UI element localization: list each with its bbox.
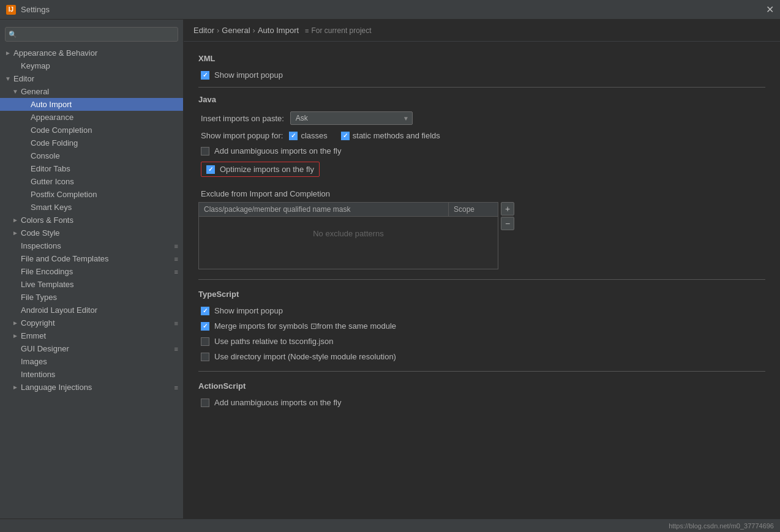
breadcrumb-suffix: For current project: [312, 26, 372, 35]
sidebar-item-android-layout-editor[interactable]: Android Layout Editor: [0, 304, 183, 317]
breadcrumb-sep1: ›: [217, 26, 219, 35]
as-add-unambiguous-checkbox[interactable]: [201, 399, 209, 407]
xml-java-divider: [198, 87, 765, 88]
ts-as-divider: [198, 371, 765, 372]
ts-use-paths-checkbox[interactable]: [201, 337, 209, 346]
typescript-section-label: TypeScript: [198, 290, 765, 299]
insert-imports-row: Insert imports on paste: Ask Always Neve…: [198, 111, 765, 125]
xml-show-import-popup-checkbox[interactable]: [201, 71, 209, 80]
sidebar-item-inspections[interactable]: Inspections≡: [0, 239, 183, 252]
ts-show-import-popup-label-el[interactable]: Show import popup: [201, 306, 283, 315]
breadcrumb-auto-import: Auto Import: [258, 26, 299, 35]
static-methods-label[interactable]: static methods and fields: [341, 131, 440, 140]
sidebar-item-label-emmet: Emmet: [21, 331, 46, 340]
optimize-imports-row: Optimize imports on the fly: [201, 162, 320, 177]
sidebar-item-label-smart-keys: Smart Keys: [31, 203, 72, 212]
tree-arrow-general: [12, 88, 18, 95]
sidebar-item-colors-fonts[interactable]: Colors & Fonts: [0, 214, 183, 227]
sidebar-item-label-keymap: Keymap: [21, 61, 50, 70]
sidebar-item-emmet[interactable]: Emmet: [0, 329, 183, 342]
ts-use-directory-text: Use directory import (Node-style module …: [214, 352, 396, 361]
ts-merge-imports-label-el[interactable]: Merge imports for symbols ⊡from the same…: [201, 321, 396, 331]
add-unambiguous-checkbox[interactable]: [201, 147, 209, 155]
sidebar-item-code-completion[interactable]: Code Completion: [0, 124, 183, 137]
classes-checkbox[interactable]: [289, 132, 298, 140]
remove-exclude-button[interactable]: −: [501, 217, 514, 230]
sidebar-item-editor[interactable]: Editor: [0, 72, 183, 85]
exclude-empty-text: No exclude patterns: [199, 217, 498, 250]
sidebar-item-label-code-completion: Code Completion: [31, 126, 92, 135]
breadcrumb-general: General: [222, 26, 250, 35]
ts-use-directory-checkbox[interactable]: [201, 353, 209, 361]
sidebar-item-label-inspections: Inspections: [21, 241, 61, 250]
sidebar-item-label-general: General: [21, 87, 49, 96]
sidebar-item-language-injections[interactable]: Language Injections≡: [0, 381, 183, 394]
sidebar-item-smart-keys[interactable]: Smart Keys: [0, 201, 183, 214]
as-add-unambiguous-label-el[interactable]: Add unambiguous imports on the fly: [201, 398, 341, 407]
sidebar-item-code-folding[interactable]: Code Folding: [0, 137, 183, 149]
sidebar-item-file-types[interactable]: File Types: [0, 291, 183, 304]
as-add-unambiguous-text: Add unambiguous imports on the fly: [214, 398, 341, 407]
ts-use-directory-label-el[interactable]: Use directory import (Node-style module …: [201, 352, 396, 361]
sidebar-item-live-templates[interactable]: Live Templates: [0, 278, 183, 291]
add-exclude-button[interactable]: +: [501, 202, 514, 215]
sidebar-item-console[interactable]: Console: [0, 149, 183, 162]
tree-badge-file-encodings: ≡: [174, 268, 178, 275]
sidebar-item-label-android-layout-editor: Android Layout Editor: [21, 305, 97, 315]
sidebar-item-label-language-injections: Language Injections: [21, 383, 92, 392]
add-unambiguous-row: Add unambiguous imports on the fly: [198, 146, 765, 155]
title-bar-left: IJ Settings: [6, 5, 50, 15]
tree-badge-gui-designer: ≡: [174, 345, 178, 353]
optimize-imports-text: Optimize imports on the fly: [220, 165, 314, 174]
sidebar-item-appearance-behavior[interactable]: Appearance & Behavior: [0, 47, 183, 59]
sidebar-item-general[interactable]: General: [0, 85, 183, 98]
exclude-buttons: + −: [501, 202, 514, 269]
sidebar-item-gutter-icons[interactable]: Gutter Icons: [0, 175, 183, 188]
sidebar-item-intentions[interactable]: Intentions: [0, 368, 183, 381]
classes-label[interactable]: classes: [289, 131, 327, 140]
tree-arrow-emmet: [12, 332, 18, 339]
tree-arrow-colors-fonts: [12, 217, 18, 223]
ts-use-paths-row: Use paths relative to tsconfig.json: [198, 337, 765, 346]
optimize-imports-checkbox[interactable]: [206, 165, 215, 174]
sidebar-item-images[interactable]: Images: [0, 355, 183, 368]
add-unambiguous-label-el[interactable]: Add unambiguous imports on the fly: [201, 146, 341, 155]
main-container: 🔍 Appearance & BehaviorKeymapEditorGener…: [0, 20, 780, 532]
sidebar-item-label-code-folding: Code Folding: [31, 138, 78, 148]
insert-imports-select[interactable]: Ask Always Never: [290, 111, 413, 125]
sidebar-item-appearance[interactable]: Appearance: [0, 111, 183, 124]
static-methods-checkbox[interactable]: [341, 132, 350, 140]
tree-badge-language-injections: ≡: [174, 384, 178, 391]
show-import-popup-for-label: Show import popup for:: [201, 131, 283, 140]
title-bar: IJ Settings ✕: [0, 0, 780, 20]
sidebar-item-file-code-templates[interactable]: File and Code Templates≡: [0, 252, 183, 265]
sidebar-item-keymap[interactable]: Keymap: [0, 59, 183, 72]
ts-show-import-popup-checkbox[interactable]: [201, 307, 209, 315]
sidebar-item-gui-designer[interactable]: GUI Designer≡: [0, 342, 183, 355]
ts-use-directory-row: Use directory import (Node-style module …: [198, 352, 765, 361]
ts-use-paths-label-el[interactable]: Use paths relative to tsconfig.json: [201, 337, 333, 346]
sidebar-item-copyright[interactable]: Copyright≡: [0, 317, 183, 329]
sidebar-item-editor-tabs[interactable]: Editor Tabs: [0, 162, 183, 175]
sidebar-item-label-gui-designer: GUI Designer: [21, 344, 69, 353]
sidebar-item-label-appearance-behavior: Appearance & Behavior: [13, 48, 97, 58]
sidebar-item-label-auto-import: Auto Import: [31, 100, 72, 109]
ts-merge-imports-checkbox[interactable]: [201, 322, 209, 331]
breadcrumb-bar: Editor › General › Auto Import ≡ For cur…: [184, 20, 780, 42]
sidebar-item-label-appearance: Appearance: [31, 113, 73, 122]
sidebar-item-file-encodings[interactable]: File Encodings≡: [0, 265, 183, 278]
exclude-section: Exclude from Import and Completion Class…: [198, 189, 765, 269]
xml-show-import-popup-label[interactable]: Show import popup: [201, 70, 283, 80]
tree-arrow-code-style: [12, 230, 18, 236]
sidebar-item-code-style[interactable]: Code Style: [0, 227, 183, 239]
close-button[interactable]: ✕: [766, 5, 774, 15]
sidebar-item-auto-import[interactable]: Auto Import: [0, 98, 183, 111]
xml-show-import-popup-text: Show import popup: [214, 70, 283, 80]
search-box: 🔍: [5, 27, 178, 42]
sidebar-item-label-editor: Editor: [13, 74, 34, 83]
add-unambiguous-text: Add unambiguous imports on the fly: [214, 146, 341, 155]
window-title: Settings: [21, 5, 50, 14]
sidebar: 🔍 Appearance & BehaviorKeymapEditorGener…: [0, 20, 184, 532]
sidebar-item-postfix-completion[interactable]: Postfix Completion: [0, 188, 183, 201]
search-input[interactable]: [5, 27, 178, 42]
